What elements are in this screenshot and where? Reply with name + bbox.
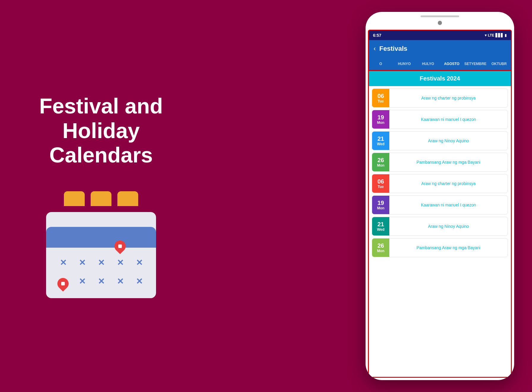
tab-agosto[interactable]: AGOSTO [440, 57, 464, 70]
event-date-num-8: 26 [377, 242, 384, 249]
cross-cell: ✕ [74, 255, 90, 271]
cross-cell: ✕ [74, 236, 90, 252]
event-date-day-8: Mon [377, 249, 385, 253]
event-date-day-4: Mon [377, 163, 385, 167]
cross-cell: ✕ [131, 274, 147, 289]
cal-grid: ✕ ✕ ✕ ✕ ✕ ✕ ✕ ✕ ✕ [52, 233, 150, 292]
cross-cell: ✕ [131, 236, 147, 252]
festivals-title: Festivals 2024 [420, 75, 460, 82]
event-item-7[interactable]: 21 Wed Araw ng Ninoy Aquino [372, 217, 508, 236]
app-bar-title: Festivals [379, 45, 407, 53]
cross-cell: ✕ [55, 255, 71, 271]
cross-cell: ✕ [74, 274, 90, 289]
cross-cell: ✕ [93, 236, 109, 252]
pin-cell-bottom [55, 274, 71, 289]
cross-cell: ✕ [93, 274, 109, 289]
event-title-3: Araw ng Ninoy Aquino [389, 138, 508, 143]
event-badge-7: 21 Wed [372, 217, 389, 235]
status-bar: 6:57 ▾ LTE ▋▋▋ ▮ [369, 31, 511, 40]
event-date-day-5: Tue [378, 185, 384, 189]
back-button[interactable]: ‹ [374, 45, 376, 53]
cross-cell: ✕ [112, 274, 128, 289]
event-date-num-5: 06 [377, 178, 384, 185]
event-date-day-2: Mon [377, 121, 385, 125]
event-badge-6: 19 Mon [372, 196, 389, 214]
event-date-num-3: 21 [377, 135, 384, 142]
cross-cell: ✕ [93, 255, 109, 271]
tab-hunyo[interactable]: HUNYO [393, 57, 416, 70]
event-date-num-4: 26 [377, 157, 384, 163]
event-title-5: Araw ng charter ng probinsya [389, 181, 508, 186]
events-list: 06 Tue Araw ng charter ng probinsya 19 M… [369, 86, 511, 262]
month-tabs: O HUNYO HULYO AGOSTO SETYEMBRE OKTUBR [369, 57, 511, 71]
pin-cell-top [112, 236, 128, 252]
event-badge-1: 06 Tue [372, 89, 389, 107]
event-date-day-1: Tue [378, 99, 384, 103]
event-item-8[interactable]: 26 Mon Pambansang Araw ng mga Bayani [372, 238, 508, 257]
event-item-4[interactable]: 26 Mon Pambansang Araw ng mga Bayani [372, 153, 508, 172]
event-badge-8: 26 Mon [372, 238, 389, 257]
cross-cell: ✕ [55, 236, 71, 252]
left-section: Festival and Holiday Calendars ✕ ✕ ✕ [0, 0, 202, 392]
event-date-num-7: 21 [377, 221, 384, 227]
event-date-day-7: Wed [377, 227, 384, 232]
event-badge-5: 06 Tue [372, 174, 389, 193]
cal-body: ✕ ✕ ✕ ✕ ✕ ✕ ✕ ✕ ✕ [46, 212, 156, 298]
event-item-6[interactable]: 19 Mon Kaarawan ni manuel I quezon [372, 195, 508, 214]
event-badge-3: 21 Wed [372, 132, 389, 150]
cal-tab-2 [91, 191, 111, 206]
event-date-day-6: Mon [377, 206, 385, 210]
event-title-4: Pambansang Araw ng mga Bayani [389, 160, 508, 165]
cross-cell: ✕ [112, 255, 128, 271]
event-date-num-6: 19 [377, 200, 384, 206]
event-title-8: Pambansang Araw ng mga Bayani [389, 245, 508, 250]
event-item-2[interactable]: 19 Mon Kaarawan ni manuel I quezon [372, 110, 508, 129]
event-title-6: Kaarawan ni manuel I quezon [389, 203, 508, 207]
event-title-2: Kaarawan ni manuel I quezon [389, 117, 508, 122]
battery-icon: ▮ [505, 33, 507, 37]
tab-oktubre[interactable]: OKTUBR [487, 57, 511, 70]
event-item-1[interactable]: 06 Tue Araw ng charter ng probinsya [372, 88, 508, 108]
cross-cell: ✕ [131, 255, 147, 271]
event-date-num-2: 19 [377, 114, 384, 121]
event-item-5[interactable]: 06 Tue Araw ng charter ng probinsya [372, 174, 508, 193]
tab-hulyo[interactable]: HULYO [416, 57, 440, 70]
phone-camera [438, 21, 442, 25]
signal-bars-icon: ▋▋▋ [495, 33, 503, 37]
cal-tab-3 [117, 191, 138, 206]
event-date-num-1: 06 [377, 93, 384, 99]
phone-screen: 6:57 ▾ LTE ▋▋▋ ▮ ‹ Festivals O HUNYO HUL… [368, 30, 512, 378]
status-time: 6:57 [373, 33, 381, 38]
app-bar: ‹ Festivals [369, 40, 511, 57]
festivals-section-header: Festivals 2024 [369, 71, 511, 86]
phone-frame: 6:57 ▾ LTE ▋▋▋ ▮ ‹ Festivals O HUNYO HUL… [366, 12, 514, 380]
cal-tab-1 [64, 191, 85, 206]
main-title: Festival and Holiday Calendars [0, 94, 202, 167]
event-badge-2: 19 Mon [372, 110, 389, 129]
event-title-7: Araw ng Ninoy Aquino [389, 224, 508, 229]
tab-o[interactable]: O [369, 57, 393, 70]
status-icons: ▾ LTE ▋▋▋ ▮ [485, 33, 507, 37]
phone-notch [421, 15, 459, 17]
wifi-icon: ▾ [485, 33, 487, 37]
event-badge-4: 26 Mon [372, 153, 389, 171]
event-title-1: Araw ng charter ng probinsya [389, 96, 508, 100]
tab-setyembre[interactable]: SETYEMBRE [464, 57, 487, 70]
signal-label: LTE [488, 33, 494, 37]
calendar-illustration: ✕ ✕ ✕ ✕ ✕ ✕ ✕ ✕ ✕ [46, 191, 156, 298]
phone-container: 6:57 ▾ LTE ▋▋▋ ▮ ‹ Festivals O HUNYO HUL… [366, 12, 514, 380]
event-date-day-3: Wed [377, 142, 384, 146]
event-item-3[interactable]: 21 Wed Araw ng Ninoy Aquino [372, 131, 508, 150]
